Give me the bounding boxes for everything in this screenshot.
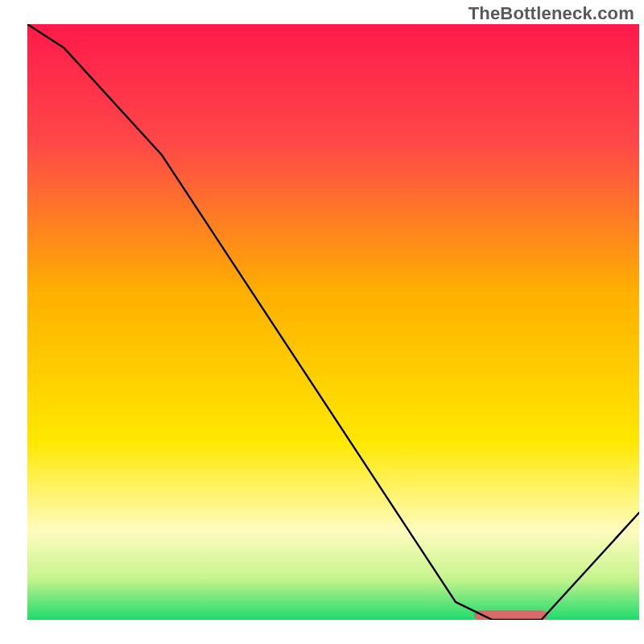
plot-area <box>27 24 639 620</box>
chart-frame: TheBottleneck.com <box>0 0 644 644</box>
plot-svg <box>27 24 639 620</box>
optimal-range-marker <box>474 610 547 620</box>
gradient-background <box>27 24 639 620</box>
watermark-text: TheBottleneck.com <box>469 3 634 24</box>
